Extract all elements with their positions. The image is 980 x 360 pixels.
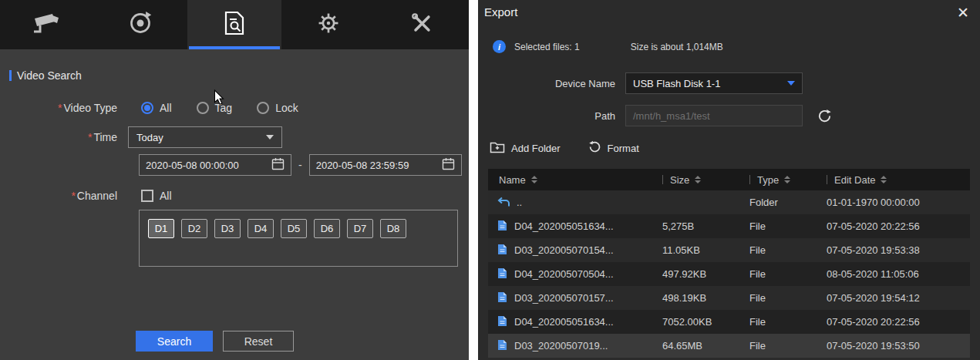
header-label: Size <box>670 174 689 186</box>
file-name: D04_202005070504... <box>514 268 614 280</box>
table-header: Name Size Type Edit Date <box>488 169 970 190</box>
sort-icon[interactable] <box>695 176 701 183</box>
radio-label-tag: Tag <box>215 102 233 114</box>
channel-button-d2[interactable]: D2 <box>181 219 207 238</box>
file-search-icon <box>224 11 245 39</box>
radio-video-type-lock[interactable]: Lock <box>257 102 298 114</box>
calendar-icon[interactable] <box>442 157 455 173</box>
name-cell: .. <box>488 197 652 209</box>
back-folder-icon[interactable] <box>497 197 510 209</box>
close-icon[interactable]: ✕ <box>957 5 969 20</box>
table-row[interactable]: D03_202005070157... 498.19KB File 07-05-… <box>488 286 970 310</box>
checkbox-icon <box>141 190 153 202</box>
channel-button-d4[interactable]: D4 <box>248 219 274 238</box>
column-header-type[interactable]: Type <box>739 174 816 186</box>
sort-icon[interactable] <box>784 176 790 183</box>
time-select[interactable]: Today <box>128 126 282 148</box>
file-name: D04_202005051634... <box>514 220 614 232</box>
channel-button-d7[interactable]: D7 <box>347 219 373 238</box>
table-row[interactable]: D04_202005051634... 5,275B File 07-05-20… <box>488 214 970 238</box>
tab-camera[interactable] <box>0 0 94 49</box>
file-name: .. <box>517 197 522 208</box>
device-name-select[interactable]: USB Flash Disk 1-1 <box>625 72 803 94</box>
file-icon <box>497 244 507 257</box>
file-type: File <box>739 244 816 256</box>
tab-settings[interactable] <box>281 0 375 49</box>
radio-label-all: All <box>160 102 172 114</box>
table-row-parent-dir[interactable]: .. Folder 01-01-1970 00:00:00 <box>488 190 970 214</box>
column-header-name[interactable]: Name <box>488 174 652 186</box>
table-row[interactable]: D04_202005070504... 497.92KB File 08-05-… <box>488 262 970 286</box>
tab-maintenance[interactable] <box>375 0 469 49</box>
name-cell: D04_202005051634... <box>488 220 652 234</box>
table-row[interactable]: D03_20200507019... 64.65MB File 07-05-20… <box>488 334 970 358</box>
chevron-down-icon <box>266 135 274 140</box>
header-label: Type <box>757 174 779 186</box>
path-value: /mnt/h_msa1/test <box>633 110 710 122</box>
radio-video-type-all[interactable]: All <box>141 102 172 114</box>
path-input: /mnt/h_msa1/test <box>625 105 803 126</box>
channel-button-d6[interactable]: D6 <box>314 219 340 238</box>
column-header-size[interactable]: Size <box>652 174 739 186</box>
table-row[interactable]: D03_202005070154... 11.05KB File 07-05-2… <box>488 238 970 262</box>
channel-all-checkbox[interactable]: All <box>128 190 172 202</box>
add-folder-button[interactable]: Add Folder <box>490 140 561 156</box>
path-label: Path <box>478 110 625 122</box>
file-icon <box>497 315 507 329</box>
file-size: 11.05KB <box>652 244 739 256</box>
add-folder-label: Add Folder <box>511 143 561 154</box>
name-cell: D03_20200507019... <box>488 339 652 353</box>
file-icon <box>497 220 507 234</box>
channel-button-d1[interactable]: D1 <box>148 219 174 238</box>
add-folder-icon <box>490 140 505 156</box>
file-type: File <box>739 220 816 232</box>
required-mark: * <box>58 102 62 114</box>
radio-icon <box>257 102 269 114</box>
date-range-separator: - <box>298 159 302 171</box>
name-cell: D04_202005051634... <box>488 315 652 329</box>
channel-button-d5[interactable]: D5 <box>281 219 307 238</box>
file-name: D03_202005070154... <box>514 244 614 256</box>
file-size: 5,275B <box>652 220 739 232</box>
end-date-input[interactable]: 2020-05-08 23:59:59 <box>309 154 462 176</box>
selected-files-text: Selected files: 1 <box>514 42 580 52</box>
time-label-text: Time <box>93 131 117 143</box>
export-info-row: i Selected files: 1 Size is about 1,014M… <box>478 40 980 53</box>
accent-bar <box>9 70 12 81</box>
format-refresh-icon <box>588 140 601 156</box>
file-edit-date: 07-05-2020 20:22:56 <box>816 316 970 328</box>
panel-divider <box>469 0 478 360</box>
channel-row: *Channel All <box>0 190 469 202</box>
file-name: D03_202005070157... <box>514 292 614 304</box>
file-size: 497.92KB <box>652 268 739 280</box>
start-date-input[interactable]: 2020-05-08 00:00:00 <box>139 154 291 176</box>
sort-icon[interactable] <box>531 176 537 183</box>
radio-label-lock: Lock <box>275 102 298 114</box>
channel-label: *Channel <box>0 190 128 202</box>
format-button[interactable]: Format <box>588 140 639 156</box>
name-cell: D04_202005070504... <box>488 267 652 281</box>
file-icon <box>497 339 507 353</box>
calendar-icon[interactable] <box>271 157 285 173</box>
dialog-header: Export ✕ <box>478 0 980 20</box>
column-separator <box>827 175 827 184</box>
time-row: *Time Today <box>0 126 469 148</box>
tab-video-search[interactable] <box>187 0 281 49</box>
file-type: File <box>739 268 816 280</box>
reset-button[interactable]: Reset <box>223 331 294 352</box>
dialog-title: Export <box>484 5 517 19</box>
table-row[interactable]: D04_202005051634... 7052.00KB File 07-05… <box>488 310 970 334</box>
channel-button-d8[interactable]: D8 <box>380 219 406 238</box>
refresh-icon[interactable] <box>817 109 832 123</box>
export-dialog: Export ✕ i Selected files: 1 Size is abo… <box>478 0 980 360</box>
section-title-text: Video Search <box>17 69 82 82</box>
tab-playback[interactable] <box>94 0 188 49</box>
channel-button-d3[interactable]: D3 <box>214 219 241 238</box>
sort-icon[interactable] <box>881 176 887 183</box>
required-mark: * <box>71 190 75 202</box>
channel-label-text: Channel <box>77 190 117 202</box>
end-date-value: 2020-05-08 23:59:59 <box>316 160 409 171</box>
column-header-edit-date[interactable]: Edit Date <box>816 174 970 186</box>
radio-video-type-tag[interactable]: Tag <box>197 102 233 114</box>
search-button[interactable]: Search <box>136 331 213 352</box>
